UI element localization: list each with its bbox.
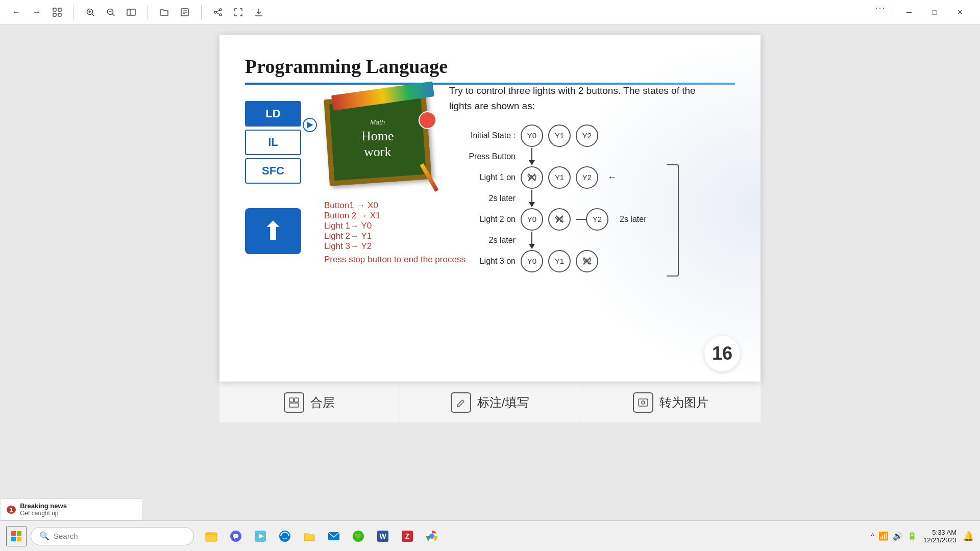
maximize-button[interactable]: □ [923, 0, 946, 24]
light1-nodes: Y0 ✕ Y1 Y2 ← [521, 166, 617, 189]
grid-button[interactable] [49, 4, 65, 20]
pdf-page: Programming Language LD IL SFC ⬆ [219, 35, 761, 382]
svg-rect-11 [127, 9, 135, 15]
mode-panel: LD IL SFC [245, 101, 301, 184]
initial-state-nodes: Y0 Y1 Y2 [521, 124, 598, 147]
start-button[interactable] [6, 526, 27, 546]
share-buttons [210, 4, 267, 20]
description-line1: Try to control three lights with 2 butto… [449, 83, 745, 114]
chevron-up-icon[interactable]: ^ [871, 532, 874, 540]
forward-button[interactable]: → [29, 4, 45, 20]
svg-rect-2 [53, 13, 56, 16]
x-mark-y2-light3: ✕ [581, 255, 593, 268]
taskbar-search[interactable]: 🔍 [31, 527, 194, 545]
bottom-nav: 合层 标注/填写 转为图片 [219, 382, 761, 422]
fullscreen-button[interactable] [230, 4, 247, 20]
page-title: Programming Language [245, 55, 735, 78]
tool-buttons [82, 4, 139, 20]
nav-convert[interactable]: 转为图片 [580, 382, 761, 422]
state-diagram: Initial State : Y0 Y1 Y2 Press Button [449, 124, 745, 272]
battery-icon[interactable]: 🔋 [907, 531, 917, 541]
action-buttons [156, 4, 193, 20]
download-button[interactable] [251, 4, 267, 20]
sfc-button[interactable]: SFC [245, 158, 301, 184]
nav-buttons: ← → [8, 4, 65, 20]
svg-point-50 [430, 534, 434, 538]
time-display[interactable]: 5:33 AM 12/21/2023 [923, 529, 957, 544]
svg-point-17 [219, 9, 222, 11]
svg-point-30 [642, 401, 645, 404]
y2-connector: Y2 [576, 208, 608, 231]
taskbar-word[interactable]: W [372, 525, 394, 547]
main-area: Programming Language LD IL SFC ⬆ [0, 24, 980, 520]
folder-button[interactable] [156, 4, 173, 20]
svg-rect-27 [295, 398, 299, 402]
svg-rect-34 [17, 537, 21, 541]
window-controls: ··· ─ □ ✕ [872, 0, 972, 24]
close-button[interactable]: ✕ [948, 0, 972, 24]
light3-on-label: Light 3 on [449, 257, 521, 266]
back-button[interactable]: ← [8, 4, 24, 20]
ld-button[interactable]: LD [245, 101, 301, 127]
taskbar-chat[interactable]: 💬 [225, 525, 247, 547]
annotate-label: 标注/填写 [477, 394, 530, 411]
taskbar-folder[interactable] [298, 525, 321, 547]
taskbar-file-explorer[interactable] [200, 525, 223, 547]
nav-annotate[interactable]: 标注/填写 [400, 382, 581, 422]
wifi-icon[interactable]: 📶 [878, 531, 889, 541]
upload-button[interactable]: ⬆ [245, 208, 301, 254]
svg-point-18 [214, 11, 216, 13]
zoom-in-button[interactable] [82, 4, 99, 20]
initial-state-row: Initial State : Y0 Y1 Y2 [449, 124, 745, 147]
more-button[interactable]: ··· [872, 0, 889, 16]
notification-icon[interactable]: 🔔 [963, 531, 974, 542]
y1-initial: Y1 [548, 124, 571, 147]
button1-mapping: Button1 → X0 [324, 201, 465, 211]
y0-initial: Y0 [521, 124, 543, 147]
light3-on-row: Light 3 on Y0 Y1 Y2 ✕ [449, 250, 745, 272]
edit-button[interactable] [177, 4, 193, 20]
time-text: 5:33 AM [932, 529, 957, 536]
light2-on-label: Light 2 on [449, 215, 521, 224]
il-button[interactable]: IL [245, 130, 301, 155]
2s-later-right-label: 2s later [620, 215, 646, 224]
svg-line-9 [113, 14, 115, 16]
taskbar-wechat[interactable]: 💚 [347, 525, 370, 547]
news-ticker[interactable]: 1 Breaking news Get caught up [0, 498, 143, 520]
minimize-button[interactable]: ─ [897, 0, 921, 24]
volume-icon[interactable]: 🔊 [893, 531, 903, 541]
taskbar-right: ^ 📶 🔊 🔋 5:33 AM 12/21/2023 🔔 [871, 529, 974, 544]
svg-rect-31 [11, 531, 16, 536]
view-button[interactable] [123, 4, 139, 20]
search-input[interactable] [54, 532, 185, 540]
taskbar-apps: 💬 [200, 525, 443, 547]
upload-icon: ⬆ [262, 216, 284, 246]
homework-image: Math Homework [322, 86, 439, 198]
svg-rect-32 [17, 531, 21, 536]
search-icon: 🔍 [39, 531, 50, 541]
y2-light3: Y2 ✕ [576, 250, 598, 272]
convert-label: 转为图片 [659, 394, 708, 411]
light1-mapping: Light 1→ Y0 [324, 221, 465, 231]
nav-combine[interactable]: 合层 [219, 382, 400, 422]
y2-light2: Y2 [586, 208, 608, 231]
news-badge: 1 [7, 506, 16, 514]
news-content: Breaking news Get caught up [20, 502, 67, 517]
light2-nodes: Y0 Y1 ✕ Y2 2s later [521, 208, 646, 231]
light3-mapping: Light 3→ Y2 [324, 241, 465, 252]
press-stop-text: Press stop button to end the process [324, 255, 465, 265]
share-button[interactable] [210, 4, 226, 20]
press-button-label: Press Button [449, 152, 521, 161]
x-mark-y1-light2: ✕ [554, 213, 565, 226]
taskbar-video[interactable] [249, 525, 272, 547]
arrow-left-bracket: ← [607, 172, 617, 183]
taskbar-mail[interactable] [323, 525, 345, 547]
taskbar-chrome[interactable] [421, 525, 443, 547]
svg-text:💬: 💬 [232, 533, 239, 540]
taskbar-zotero[interactable]: Z [396, 525, 419, 547]
svg-rect-0 [53, 8, 56, 11]
taskbar-edge[interactable] [274, 525, 296, 547]
zoom-out-button[interactable] [103, 4, 119, 20]
button2-mapping: Button 2 → X1 [324, 211, 465, 221]
y0-light1: Y0 ✕ [521, 166, 543, 189]
